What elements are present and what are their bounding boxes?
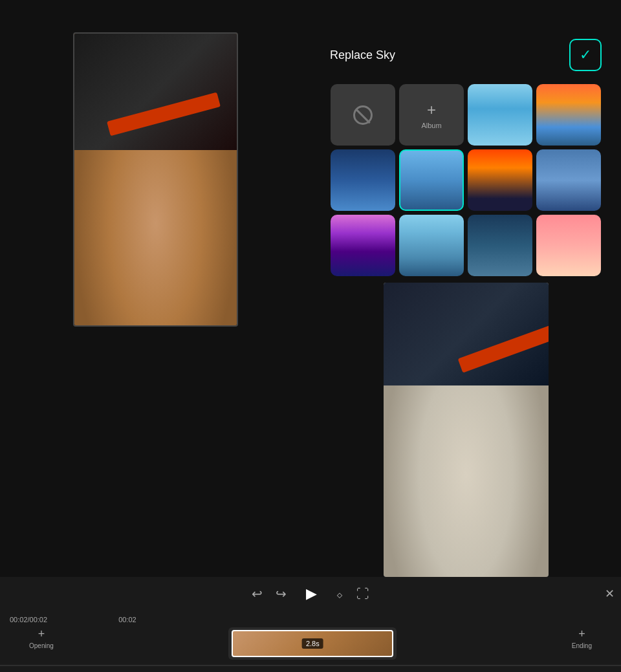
timeline-track[interactable]: 2.8s bbox=[228, 627, 397, 660]
opening-label: Opening bbox=[29, 642, 54, 649]
time-row: 00:02/00:02 00:02 bbox=[10, 616, 611, 623]
opening-button[interactable]: + Opening bbox=[29, 627, 54, 660]
expand-button[interactable]: ⛶ bbox=[356, 587, 369, 602]
opening-icon: + bbox=[38, 627, 45, 641]
sky-option-5[interactable] bbox=[468, 149, 532, 211]
top-section: Replace Sky ✓ + Album bbox=[0, 0, 621, 577]
right-panel: Replace Sky ✓ + Album bbox=[310, 19, 621, 577]
right-video-thumbnail[interactable] bbox=[384, 283, 549, 577]
timeline-area: 00:02/00:02 00:02 + Opening 2.8s + Endin… bbox=[0, 611, 621, 666]
sky-option-2[interactable] bbox=[536, 84, 601, 146]
sky-option-10[interactable] bbox=[536, 215, 601, 276]
diamond-button[interactable]: ⬦ bbox=[336, 587, 343, 602]
redo-button[interactable]: ↪ bbox=[276, 586, 287, 602]
none-icon bbox=[353, 105, 373, 125]
sky-option-8[interactable] bbox=[399, 215, 464, 276]
play-button[interactable]: ▶ bbox=[300, 582, 323, 605]
left-preview-area bbox=[0, 19, 310, 327]
close-button[interactable]: ✕ bbox=[605, 587, 615, 601]
ending-button[interactable]: + Ending bbox=[572, 627, 592, 660]
sky-option-none[interactable] bbox=[331, 84, 395, 146]
replace-sky-header: Replace Sky ✓ bbox=[327, 32, 605, 78]
time-display-right: 00:02 bbox=[118, 616, 136, 623]
ending-label: Ending bbox=[572, 642, 592, 649]
segment-label: 2.8s bbox=[302, 638, 323, 649]
time-display-left: 00:02/00:02 bbox=[10, 616, 47, 623]
sky-option-7[interactable] bbox=[331, 215, 395, 276]
sky-option-1[interactable] bbox=[468, 84, 532, 146]
replace-sky-confirm-button[interactable]: ✓ bbox=[569, 39, 602, 71]
sky-options-grid: + Album bbox=[327, 84, 604, 276]
opening-ending-row: + Opening 2.8s + Ending bbox=[19, 627, 602, 660]
sky-option-3[interactable] bbox=[331, 149, 395, 211]
right-video-image bbox=[384, 283, 549, 577]
playback-controls-row: ↩ ↪ ▶ ⬦ ⛶ ✕ bbox=[0, 577, 621, 611]
ending-icon: + bbox=[578, 627, 585, 641]
replace-sky-title: Replace Sky bbox=[330, 49, 395, 62]
album-plus-icon: + bbox=[427, 101, 436, 119]
sky-option-9[interactable] bbox=[468, 215, 532, 276]
undo-button[interactable]: ↩ bbox=[252, 586, 263, 602]
album-label: Album bbox=[421, 122, 441, 129]
sky-option-4-selected[interactable] bbox=[399, 149, 464, 211]
sky-option-6[interactable] bbox=[536, 149, 601, 211]
sky-option-album[interactable]: + Album bbox=[399, 84, 464, 146]
left-video-thumbnail[interactable] bbox=[73, 32, 238, 327]
left-video-image bbox=[74, 34, 237, 325]
bottom-section: ↩ ↪ ▶ ⬦ ⛶ ✕ 00:02/00:02 00:02 + Opening … bbox=[0, 577, 621, 672]
add-music-row[interactable]: ♪ Add Music bbox=[0, 666, 621, 672]
